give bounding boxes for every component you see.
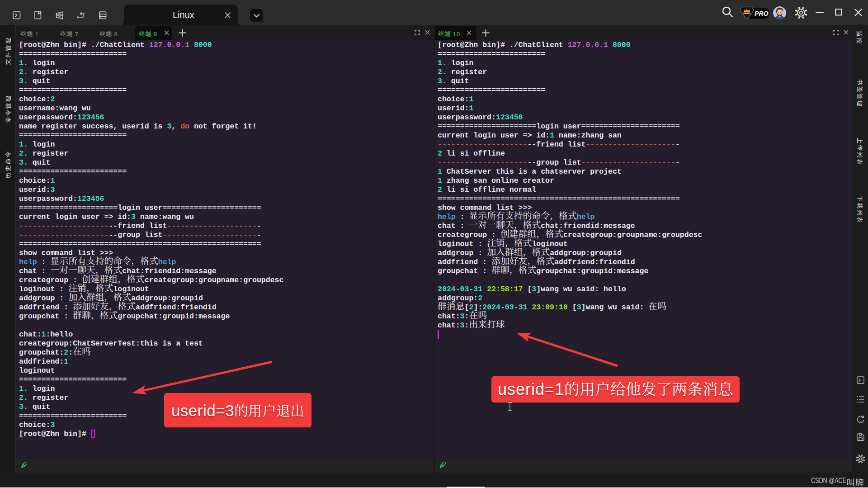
svg-text:PRO: PRO (755, 10, 769, 17)
